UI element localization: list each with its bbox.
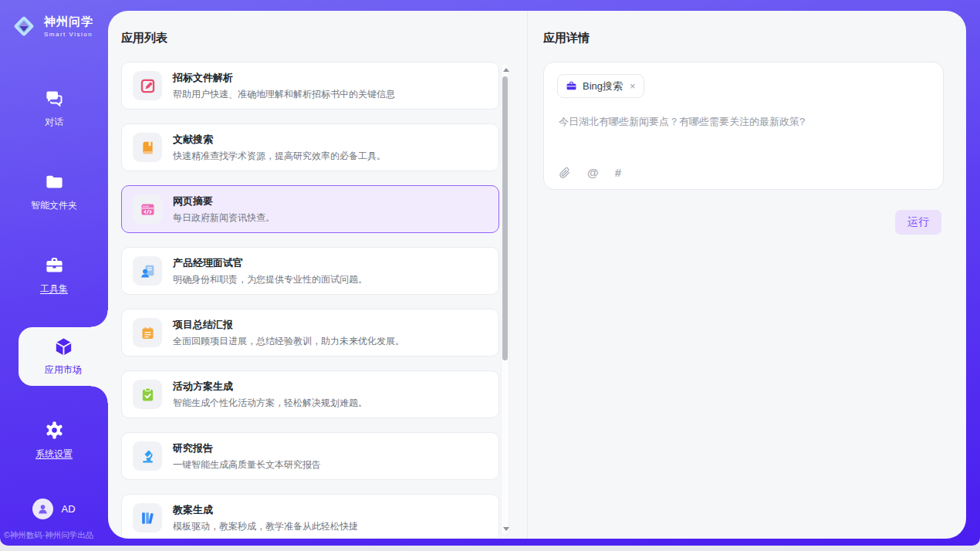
sidebar-item-label: 应用市场 bbox=[45, 364, 82, 375]
input-toolbar: @ # bbox=[559, 166, 621, 179]
sidebar-item-smart-folders[interactable]: 智能文件夹 bbox=[0, 171, 108, 212]
web-code-icon bbox=[133, 194, 162, 224]
mention-icon[interactable]: @ bbox=[587, 166, 599, 179]
page: 神州问学 Smart Vision 对话 智能文件夹 bbox=[0, 0, 980, 551]
app-card-title: 文献搜索 bbox=[173, 133, 386, 147]
app-card-title: 活动方案生成 bbox=[173, 380, 367, 394]
scroll-down-arrow-icon[interactable] bbox=[503, 527, 509, 531]
app-card-list: 招标文件解析 帮助用户快速、准确地理解和解析招标书中的关键信息 文献搜索 快速精… bbox=[121, 62, 499, 537]
query-textarea[interactable]: 今日湖北有哪些新闻要点？有哪些需要关注的最新政策? bbox=[559, 115, 929, 129]
books-icon bbox=[133, 503, 162, 532]
copyright-footer: ©神州数码·神州问学出品 bbox=[0, 530, 116, 541]
app-card[interactable]: 网页摘要 每日政府新闻资讯快查。 bbox=[121, 185, 499, 233]
cube-icon bbox=[53, 336, 74, 357]
note-icon bbox=[133, 318, 162, 347]
scroll-up-arrow-icon[interactable] bbox=[503, 68, 509, 72]
app-list-title: 应用列表 bbox=[121, 31, 167, 46]
query-input-card[interactable]: Bing搜索 × 今日湖北有哪些新闻要点？有哪些需要关注的最新政策? @ # bbox=[543, 62, 944, 190]
main-content: 应用列表 招标文件解析 帮助用户快速、准确地理解和解析招标书中的关键信息 bbox=[108, 11, 966, 539]
list-scrollbar[interactable] bbox=[501, 63, 509, 536]
book-icon bbox=[133, 133, 162, 162]
sidebar-item-label: 系统设置 bbox=[35, 448, 73, 459]
scrollbar-thumb[interactable] bbox=[502, 76, 508, 360]
app-list-panel: 应用列表 招标文件解析 帮助用户快速、准确地理解和解析招标书中的关键信息 bbox=[108, 11, 527, 539]
sidebar-item-label: 工具集 bbox=[40, 283, 68, 294]
sidebar-item-settings[interactable]: 系统设置 bbox=[0, 420, 108, 461]
app-card-description: 每日政府新闻资讯快查。 bbox=[173, 211, 275, 225]
paperclip-icon[interactable] bbox=[559, 167, 571, 179]
brand-logo: 神州问学 Smart Vision bbox=[9, 12, 93, 41]
app-card-description: 快速精准查找学术资源，提高研究效率的必备工具。 bbox=[173, 150, 386, 163]
folder-icon bbox=[44, 171, 65, 192]
tool-chip-bing-search[interactable]: Bing搜索 × bbox=[557, 74, 644, 98]
sidebar-item-app-market-active[interactable]: 应用市场 bbox=[19, 327, 108, 386]
app-detail-panel: 应用详情 Bing搜索 × 今日湖北有哪些新闻要点？有哪些需要关注的最新政策? bbox=[527, 11, 966, 539]
app-card[interactable]: 项目总结汇报 全面回顾项目进展，总结经验教训，助力未来优化发展。 bbox=[121, 309, 499, 357]
app-card-description: 帮助用户快速、准确地理解和解析招标书中的关键信息 bbox=[173, 88, 395, 101]
app-card-title: 教案生成 bbox=[173, 503, 358, 517]
app-card-description: 明确身份和职责，为您提供专业性的面试问题。 bbox=[173, 273, 367, 286]
app-card-title: 研究报告 bbox=[173, 441, 321, 455]
sidebar-item-chat[interactable]: 对话 bbox=[0, 88, 108, 129]
chat-icon bbox=[44, 88, 65, 109]
run-button[interactable]: 运行 bbox=[895, 210, 941, 235]
app-card[interactable]: 研究报告 一键智能生成高质量长文本研究报告 bbox=[121, 432, 499, 480]
brand-name: 神州问学 bbox=[44, 15, 93, 29]
app-card[interactable]: 文献搜索 快速精准查找学术资源，提高研究效率的必备工具。 bbox=[121, 123, 499, 171]
user-name: AD bbox=[61, 503, 75, 515]
app-card-description: 全面回顾项目进展，总结经验教训，助力未来优化发展。 bbox=[173, 335, 404, 348]
gear-icon bbox=[44, 420, 65, 441]
interviewer-icon bbox=[133, 256, 162, 286]
sidebar-item-label: 对话 bbox=[45, 117, 63, 127]
microscope-icon bbox=[133, 441, 162, 471]
hash-icon[interactable]: # bbox=[615, 166, 621, 179]
app-card[interactable]: 教案生成 模板驱动，教案秒成，教学准备从此轻松快捷 bbox=[121, 494, 499, 537]
sidebar-item-toolset[interactable]: 工具集 bbox=[0, 255, 108, 296]
app-card[interactable]: 活动方案生成 智能生成个性化活动方案，轻松解决规划难题。 bbox=[121, 370, 499, 418]
user-account[interactable]: AD bbox=[0, 499, 108, 519]
app-window: 神州问学 Smart Vision 对话 智能文件夹 bbox=[0, 0, 980, 546]
app-card-description: 一键智能生成高质量长文本研究报告 bbox=[173, 458, 321, 472]
edit-doc-icon bbox=[133, 71, 162, 100]
person-icon bbox=[36, 502, 49, 516]
app-card-title: 项目总结汇报 bbox=[173, 318, 404, 332]
app-card-description: 模板驱动，教案秒成，教学准备从此轻松快捷 bbox=[173, 520, 358, 533]
sidebar: 神州问学 Smart Vision 对话 智能文件夹 bbox=[0, 0, 108, 546]
clipboard-check-icon bbox=[133, 380, 162, 409]
sidebar-item-label: 智能文件夹 bbox=[31, 200, 77, 211]
app-card[interactable]: 招标文件解析 帮助用户快速、准确地理解和解析招标书中的关键信息 bbox=[121, 62, 499, 110]
app-detail-title: 应用详情 bbox=[543, 31, 590, 46]
app-card[interactable]: 产品经理面试官 明确身份和职责，为您提供专业性的面试问题。 bbox=[121, 247, 499, 295]
app-card-title: 招标文件解析 bbox=[173, 71, 395, 85]
tool-chip-label: Bing搜索 bbox=[583, 79, 623, 93]
diamond-logo-icon bbox=[9, 12, 39, 41]
brand-subtitle: Smart Vision bbox=[44, 31, 93, 38]
chip-close-icon[interactable]: × bbox=[630, 80, 636, 92]
app-card-description: 智能生成个性化活动方案，轻松解决规划难题。 bbox=[173, 397, 367, 410]
briefcase-icon bbox=[566, 80, 577, 92]
toolbox-icon bbox=[44, 255, 65, 276]
avatar bbox=[32, 499, 53, 519]
app-card-title: 网页摘要 bbox=[173, 194, 275, 208]
app-card-title: 产品经理面试官 bbox=[173, 256, 367, 270]
